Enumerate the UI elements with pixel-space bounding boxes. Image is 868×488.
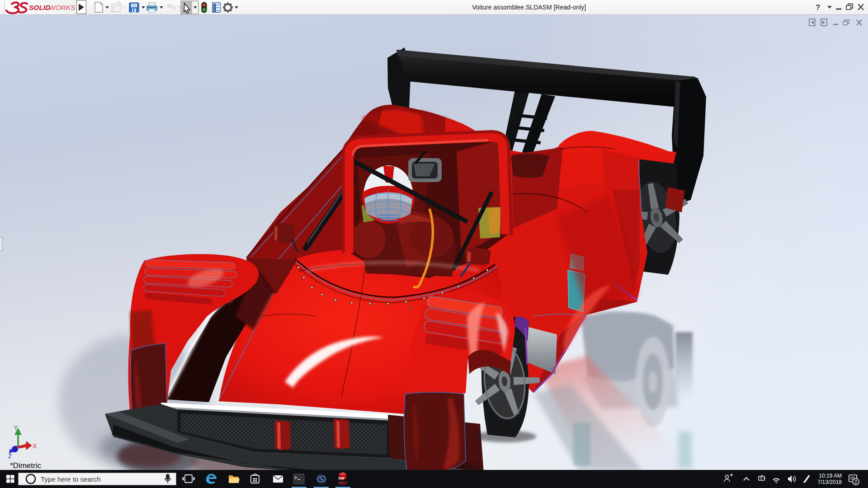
svg-text:SOLID: SOLID (29, 4, 50, 11)
svg-text:SW: SW (339, 476, 344, 480)
svg-text:2017: 2017 (339, 481, 347, 485)
svg-text:2: 2 (854, 479, 857, 484)
svg-text:*Dimetric: *Dimetric (10, 461, 41, 470)
svg-text:WORKS: WORKS (49, 4, 75, 11)
svg-text:Z: Z (8, 453, 12, 460)
svg-text:X: X (33, 442, 37, 450)
svg-text:?: ? (816, 3, 820, 12)
